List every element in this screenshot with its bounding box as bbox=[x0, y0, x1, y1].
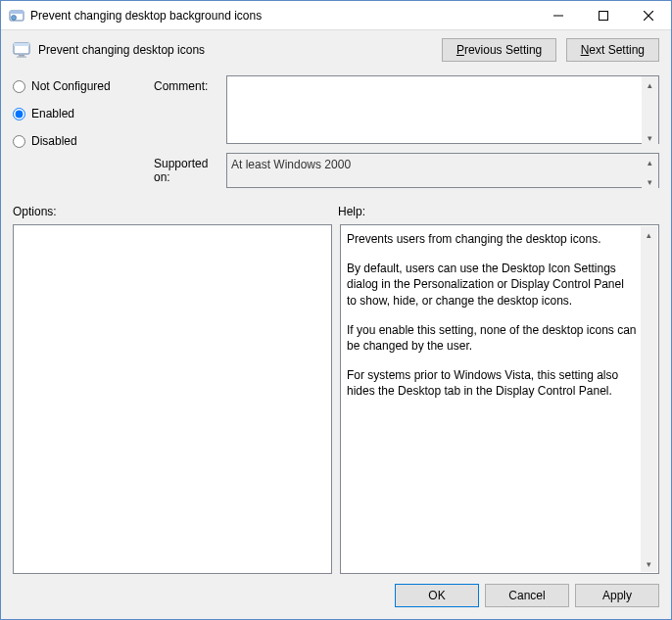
svg-rect-8 bbox=[14, 43, 29, 46]
help-panel: Prevents users from changing the desktop… bbox=[340, 224, 659, 574]
help-label: Help: bbox=[334, 205, 659, 218]
svg-rect-4 bbox=[600, 11, 608, 20]
comment-label: Comment: bbox=[154, 75, 222, 93]
window-title: Prevent changing desktop background icon… bbox=[30, 9, 536, 23]
ok-button[interactable]: OK bbox=[395, 584, 479, 607]
help-p4: For systems prior to Windows Vista, this… bbox=[347, 367, 637, 399]
upper-grid: Not Configured Enabled Disabled Comment:… bbox=[13, 75, 659, 191]
svg-rect-1 bbox=[10, 11, 24, 14]
help-p1: Prevents users from changing the desktop… bbox=[347, 231, 637, 247]
svg-rect-9 bbox=[19, 55, 24, 57]
policy-icon bbox=[9, 8, 24, 24]
footer-buttons: OK Cancel Apply bbox=[13, 584, 659, 607]
content-area: Prevent changing desktop icons Previous … bbox=[1, 30, 671, 619]
radio-enabled-input[interactable] bbox=[13, 108, 25, 120]
scroll-up-icon: ▴ bbox=[641, 226, 657, 243]
radio-disabled-label: Disabled bbox=[31, 134, 77, 148]
radio-enabled[interactable]: Enabled bbox=[13, 107, 150, 120]
supported-scrollbar[interactable]: ▴ ▾ bbox=[642, 154, 658, 190]
close-button[interactable] bbox=[626, 1, 671, 30]
comment-field-wrap: ▴ ▾ bbox=[226, 75, 659, 147]
scroll-down-icon: ▾ bbox=[641, 555, 657, 572]
header-row: Prevent changing desktop icons Previous … bbox=[13, 38, 659, 62]
scroll-down-icon: ▾ bbox=[642, 129, 658, 146]
help-p3: If you enable this setting, none of the … bbox=[347, 322, 637, 354]
radio-enabled-label: Enabled bbox=[31, 107, 74, 120]
supported-on-wrap: ▴ ▾ bbox=[226, 153, 659, 191]
setting-icon bbox=[13, 41, 30, 59]
state-radios: Not Configured Enabled Disabled bbox=[13, 75, 150, 148]
cancel-button[interactable]: Cancel bbox=[485, 584, 569, 607]
radio-not-configured-input[interactable] bbox=[13, 80, 25, 93]
help-scrollbar[interactable]: ▴ ▾ bbox=[641, 226, 657, 572]
svg-rect-10 bbox=[17, 57, 26, 58]
window-controls bbox=[536, 1, 671, 30]
options-panel bbox=[13, 224, 332, 574]
next-setting-button[interactable]: Next Setting bbox=[566, 38, 659, 62]
svg-point-2 bbox=[12, 15, 17, 20]
previous-setting-button[interactable]: Previous Setting bbox=[442, 38, 556, 62]
titlebar: Prevent changing desktop background icon… bbox=[1, 1, 671, 30]
setting-title: Prevent changing desktop icons bbox=[38, 43, 436, 57]
supported-on-label: Supported on: bbox=[154, 147, 222, 184]
supported-on-text bbox=[226, 153, 659, 188]
scroll-up-icon: ▴ bbox=[642, 154, 658, 170]
scroll-down-icon: ▾ bbox=[642, 173, 658, 190]
panels: Prevents users from changing the desktop… bbox=[13, 224, 659, 574]
minimize-button[interactable] bbox=[536, 1, 581, 30]
apply-button[interactable]: Apply bbox=[575, 584, 659, 607]
radio-disabled[interactable]: Disabled bbox=[13, 134, 150, 148]
comment-scrollbar[interactable]: ▴ ▾ bbox=[642, 76, 658, 146]
comment-input[interactable] bbox=[226, 75, 659, 144]
panels-labels: Options: Help: bbox=[13, 205, 659, 218]
maximize-button[interactable] bbox=[581, 1, 626, 30]
radio-not-configured[interactable]: Not Configured bbox=[13, 79, 150, 93]
scroll-up-icon: ▴ bbox=[642, 76, 658, 93]
nav-buttons: Previous Setting Next Setting bbox=[436, 38, 659, 62]
help-p2: By default, users can use the Desktop Ic… bbox=[347, 261, 637, 309]
radio-disabled-input[interactable] bbox=[13, 135, 25, 148]
radio-not-configured-label: Not Configured bbox=[31, 79, 111, 93]
options-label: Options: bbox=[13, 205, 334, 218]
